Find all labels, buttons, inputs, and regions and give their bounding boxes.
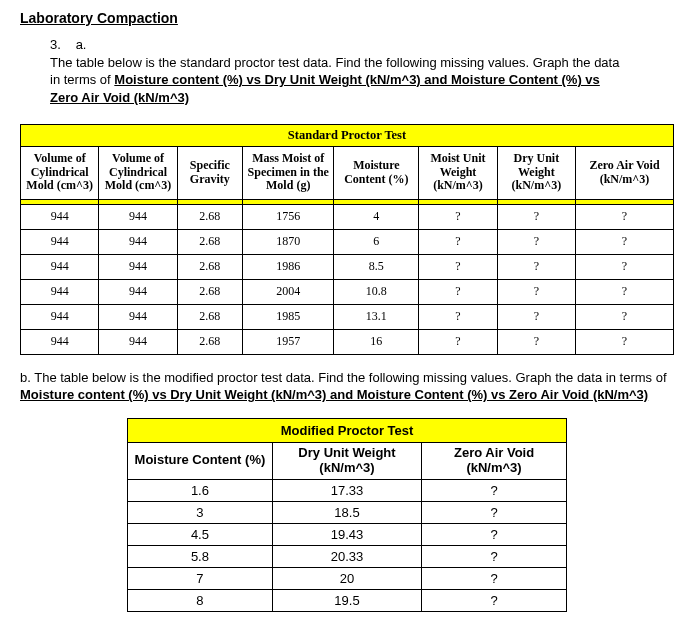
table-row: 4.519.43? bbox=[128, 523, 567, 545]
part-b-underline: Moisture content (%) vs Dry Unit Weight … bbox=[20, 387, 648, 402]
cell: 1986 bbox=[243, 254, 334, 279]
cell: 944 bbox=[99, 304, 177, 329]
t2-h1: Dry Unit Weight (kN/m^3) bbox=[272, 442, 421, 479]
table-row: 318.5? bbox=[128, 501, 567, 523]
cell: ? bbox=[419, 279, 497, 304]
cell: 2.68 bbox=[177, 229, 242, 254]
t1-title: Standard Proctor Test bbox=[21, 125, 674, 146]
cell: ? bbox=[419, 304, 497, 329]
cell: 8 bbox=[128, 589, 273, 611]
cell: ? bbox=[576, 279, 674, 304]
table-row: 5.820.33? bbox=[128, 545, 567, 567]
t2-h0: Moisture Content (%) bbox=[128, 442, 273, 479]
q-letter-a: a. bbox=[76, 36, 92, 54]
cell: 4.5 bbox=[128, 523, 273, 545]
table-row: 9449442.6818706??? bbox=[21, 229, 674, 254]
table-row: 1.617.33? bbox=[128, 479, 567, 501]
cell: 20.33 bbox=[272, 545, 421, 567]
cell: 944 bbox=[99, 279, 177, 304]
cell: ? bbox=[576, 204, 674, 229]
cell: 944 bbox=[21, 229, 99, 254]
table-row: 819.5? bbox=[128, 589, 567, 611]
table-row: 9449442.68198513.1??? bbox=[21, 304, 674, 329]
cell: 3 bbox=[128, 501, 273, 523]
cell: ? bbox=[422, 589, 567, 611]
cell: ? bbox=[576, 329, 674, 354]
cell: ? bbox=[419, 229, 497, 254]
table-row: 9449442.6819868.5??? bbox=[21, 254, 674, 279]
cell: 944 bbox=[21, 204, 99, 229]
question-3b: b. The table below is the modified proct… bbox=[20, 369, 674, 404]
t2-title: Modified Proctor Test bbox=[128, 418, 567, 442]
cell: 19.43 bbox=[272, 523, 421, 545]
cell: 944 bbox=[99, 329, 177, 354]
cell: 1957 bbox=[243, 329, 334, 354]
cell: ? bbox=[497, 204, 575, 229]
t1-h3: Mass Moist of Specimen in the Mold (g) bbox=[243, 146, 334, 199]
cell: 20 bbox=[272, 567, 421, 589]
cell: 1870 bbox=[243, 229, 334, 254]
cell: 2004 bbox=[243, 279, 334, 304]
cell: 4 bbox=[334, 204, 419, 229]
cell: 944 bbox=[21, 304, 99, 329]
cell: ? bbox=[497, 229, 575, 254]
part-b-lead: b. The table below is the modified proct… bbox=[20, 370, 667, 385]
table-row: 720? bbox=[128, 567, 567, 589]
standard-proctor-table: Standard Proctor Test Volume of Cylindri… bbox=[20, 124, 674, 354]
cell: ? bbox=[497, 304, 575, 329]
cell: 16 bbox=[334, 329, 419, 354]
cell: 1756 bbox=[243, 204, 334, 229]
cell: 13.1 bbox=[334, 304, 419, 329]
t1-h6: Dry Unit Weight (kN/m^3) bbox=[497, 146, 575, 199]
t1-h4: Moisture Content (%) bbox=[334, 146, 419, 199]
cell: 5.8 bbox=[128, 545, 273, 567]
modified-proctor-table: Modified Proctor Test Moisture Content (… bbox=[127, 418, 567, 612]
cell: 944 bbox=[21, 279, 99, 304]
cell: ? bbox=[497, 279, 575, 304]
table-row: 9449442.68200410.8??? bbox=[21, 279, 674, 304]
cell: 17.33 bbox=[272, 479, 421, 501]
cell: ? bbox=[422, 523, 567, 545]
cell: 2.68 bbox=[177, 204, 242, 229]
cell: ? bbox=[422, 479, 567, 501]
cell: 944 bbox=[99, 204, 177, 229]
cell: 944 bbox=[21, 329, 99, 354]
cell: ? bbox=[497, 254, 575, 279]
cell: 18.5 bbox=[272, 501, 421, 523]
cell: 10.8 bbox=[334, 279, 419, 304]
cell: 944 bbox=[21, 254, 99, 279]
cell: ? bbox=[422, 501, 567, 523]
cell: 944 bbox=[99, 254, 177, 279]
cell: ? bbox=[497, 329, 575, 354]
t1-h5: Moist Unit Weight (kN/m^3) bbox=[419, 146, 497, 199]
cell: ? bbox=[422, 545, 567, 567]
cell: 19.5 bbox=[272, 589, 421, 611]
cell: 1985 bbox=[243, 304, 334, 329]
t1-h2: Specific Gravity bbox=[177, 146, 242, 199]
cell: ? bbox=[576, 229, 674, 254]
cell: 2.68 bbox=[177, 329, 242, 354]
q-text: The table below is the standard proctor … bbox=[50, 54, 630, 107]
t1-h1: Volume of Cylindrical Mold (cm^3) bbox=[99, 146, 177, 199]
cell: ? bbox=[576, 304, 674, 329]
table-row: 9449442.68195716??? bbox=[21, 329, 674, 354]
cell: 2.68 bbox=[177, 304, 242, 329]
cell: ? bbox=[576, 254, 674, 279]
cell: 8.5 bbox=[334, 254, 419, 279]
table-row: 9449442.6817564??? bbox=[21, 204, 674, 229]
cell: 6 bbox=[334, 229, 419, 254]
q-number: 3. bbox=[50, 36, 72, 54]
t1-body: 9449442.6817564??? 9449442.6818706??? 94… bbox=[21, 204, 674, 354]
q-text-underline: Moisture content (%) vs Dry Unit Weight … bbox=[50, 72, 600, 105]
cell: ? bbox=[422, 567, 567, 589]
t2-h2: Zero Air Void (kN/m^3) bbox=[422, 442, 567, 479]
cell: 7 bbox=[128, 567, 273, 589]
cell: 1.6 bbox=[128, 479, 273, 501]
cell: ? bbox=[419, 329, 497, 354]
page-title: Laboratory Compaction bbox=[20, 10, 674, 26]
cell: 2.68 bbox=[177, 279, 242, 304]
question-3a: 3. a. The table below is the standard pr… bbox=[50, 36, 674, 106]
cell: 2.68 bbox=[177, 254, 242, 279]
cell: ? bbox=[419, 254, 497, 279]
t1-h0: Volume of Cylindrical Mold (cm^3) bbox=[21, 146, 99, 199]
